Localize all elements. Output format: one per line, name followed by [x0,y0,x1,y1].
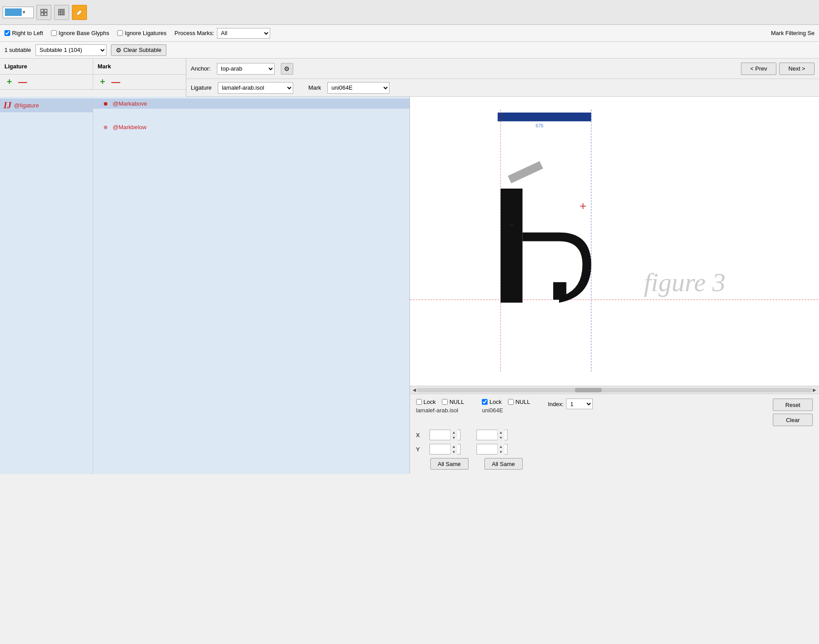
mark-name-display: uni064E [482,407,530,414]
content-area: IJ @ligature @Markabove @Markbelow [0,97,819,474]
reset-button[interactable]: Reset [773,399,813,411]
zoom-box[interactable]: 15% ▼ [3,7,34,18]
prev-button[interactable]: < Prev [741,63,776,75]
y-label: Y [416,446,422,453]
x-mark-arrows[interactable]: ▲ ▼ [497,430,504,440]
anchor-controls: Anchor: top-arab ⚙ < Prev Next > [186,59,819,79]
x-mark-down[interactable]: ▼ [498,435,504,440]
bottom-row3: Y 1244 ▲ ▼ 401 ▲ ▼ [416,444,813,454]
y-mark-up[interactable]: ▲ [498,444,504,449]
all-same-mark-button[interactable]: All Same [484,458,523,470]
svg-rect-24 [553,282,566,300]
all-same-ligature-button[interactable]: All Same [430,458,469,470]
mark-above-label: @Markabove [113,100,147,107]
ligature-column-header: Ligature [0,59,93,74]
mark-add-button[interactable]: + [98,77,107,87]
mark-null-label[interactable]: NULL [508,399,530,405]
x-ligature-input[interactable]: 550 [430,432,450,439]
canvas-area[interactable]: 676 ⋮ [410,97,819,386]
svg-rect-3 [44,13,47,16]
glyph-canvas-svg: 676 ⋮ [410,97,819,386]
x-ligature-arrows[interactable]: ▲ ▼ [450,430,457,440]
y-mark-input[interactable]: 401 [477,446,497,453]
process-marks-group: Process Marks: All None Custom [174,28,270,39]
mark-above-item[interactable]: @Markabove [93,99,410,109]
right-to-left-checkbox-label[interactable]: Right to Left [4,30,43,36]
x-mark-up[interactable]: ▲ [498,430,504,435]
process-marks-select[interactable]: All None Custom [217,28,270,39]
edit-icon-btn[interactable] [72,5,87,20]
svg-rect-0 [41,9,43,12]
fit-icon-btn[interactable] [36,5,51,20]
y-ligature-spinbox[interactable]: 1244 ▲ ▼ [429,444,461,454]
subtable-select[interactable]: Subtable 1 (104) [35,44,106,56]
prev-next-group: < Prev Next > [741,63,815,75]
anchor-select[interactable]: top-arab [217,63,275,75]
ligature-list: IJ @ligature [0,97,93,474]
list-item[interactable]: IJ @ligature [0,99,93,112]
clear-subtable-button[interactable]: ⚙ Clear Subtable [111,44,166,56]
grid-icon [57,8,66,17]
ligature-null-label[interactable]: NULL [442,399,464,405]
x-ligature-down[interactable]: ▼ [451,435,457,440]
ligature-null-text: NULL [449,399,464,405]
horizontal-scrollbar[interactable]: ◀ ▶ [410,386,819,394]
ligature-remove-button[interactable]: — [18,77,28,87]
ignore-ligatures-checkbox-label[interactable]: Ignore Ligatures [117,30,166,36]
mark-lock-group: Lock NULL uni064E [482,399,530,414]
mark-select[interactable]: uni064E [327,82,390,94]
ignore-ligatures-checkbox[interactable] [117,30,123,36]
scroll-left-arrow[interactable]: ◀ [412,387,417,392]
scroll-track[interactable] [417,388,812,392]
mark-remove-button[interactable]: — [111,77,121,87]
ligature-add-button[interactable]: + [4,77,14,87]
y-mark-arrows[interactable]: ▲ ▼ [497,444,504,454]
y-ligature-arrows[interactable]: ▲ ▼ [450,444,457,454]
x-ligature-up[interactable]: ▲ [451,430,457,435]
mark-lock-label[interactable]: Lock [482,399,501,405]
mark-below-dot [104,126,107,129]
ligature-select[interactable]: lamalef-arab.isol [218,82,293,94]
x-mark-spinbox[interactable]: 33 ▲ ▼ [476,430,508,440]
action-buttons: Reset Clear [773,399,813,426]
grid-icon-btn[interactable] [54,5,69,20]
ignore-ligatures-label: Ignore Ligatures [125,30,166,36]
svg-rect-2 [41,13,43,16]
ligature-null-checkbox[interactable] [442,399,448,405]
ignore-base-glyphs-checkbox[interactable] [51,30,57,36]
right-canvas: 676 ⋮ [410,97,819,474]
y-mark-spinbox[interactable]: 401 ▲ ▼ [476,444,508,454]
scroll-right-arrow[interactable]: ▶ [812,387,817,392]
y-ligature-down[interactable]: ▼ [451,449,457,454]
mark-below-item[interactable]: @Markbelow [93,122,410,132]
right-to-left-checkbox[interactable] [4,30,10,36]
ignore-base-glyphs-checkbox-label[interactable]: Ignore Base Glyphs [51,30,109,36]
y-ligature-input[interactable]: 1244 [430,446,450,453]
svg-rect-14 [410,110,819,373]
clear-button[interactable]: Clear [773,414,813,426]
ligature-lock-group: Lock NULL lamalef-arab.isol [416,399,465,414]
ligature-add-remove: + — [0,75,93,89]
y-ligature-up[interactable]: ▲ [451,444,457,449]
svg-rect-15 [497,113,591,122]
mark-above-dot [104,102,107,106]
scroll-thumb[interactable] [575,388,602,392]
zoom-arrow[interactable]: ▼ [22,10,26,15]
next-button[interactable]: Next > [779,63,815,75]
ligature-row-label: Ligature [191,84,212,91]
ligature-lock-checkbox[interactable] [416,399,422,405]
ligature-item-label: @ligature [14,102,39,109]
x-mark-input[interactable]: 33 [477,432,497,439]
mark-lock-checkbox[interactable] [482,399,488,405]
mark-filtering-label: Mark Filtering Se [771,30,815,36]
x-ligature-spinbox[interactable]: 550 ▲ ▼ [429,430,461,440]
zoom-input[interactable]: 15% [5,8,22,16]
header-controls: Ligature Mark + — + — Anchor: top-arab [0,59,819,97]
index-select[interactable]: 1 2 3 [566,399,593,409]
mark-null-checkbox[interactable] [508,399,514,405]
edit-icon [75,8,84,17]
ignore-base-glyphs-label: Ignore Base Glyphs [59,30,109,36]
ligature-lock-label[interactable]: Lock [416,399,436,405]
anchor-gear-button[interactable]: ⚙ [281,63,293,75]
y-mark-down[interactable]: ▼ [498,449,504,454]
